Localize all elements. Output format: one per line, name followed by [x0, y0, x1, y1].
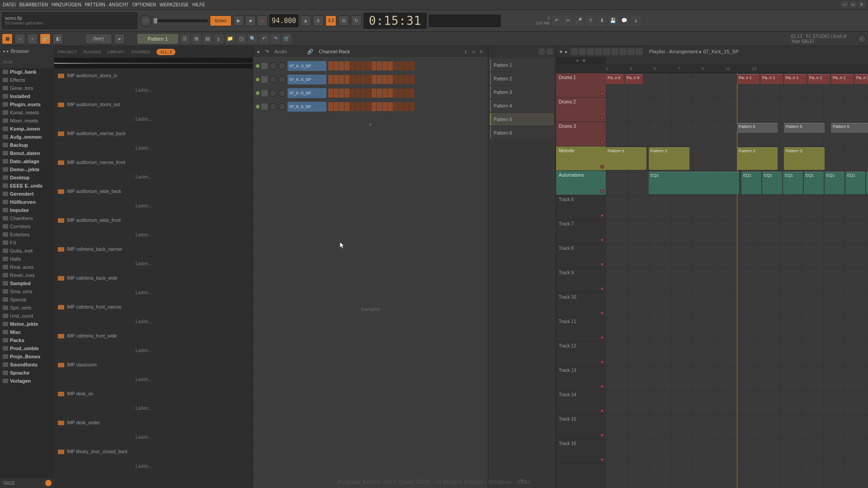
main-volume-knob[interactable]	[139, 14, 152, 27]
step-button[interactable]	[334, 102, 339, 111]
step-button[interactable]	[388, 75, 393, 84]
track-header[interactable]: Track 11	[556, 317, 606, 342]
file-row[interactable]: IMP auditorium_wide_front	[54, 213, 253, 228]
tree-item[interactable]: Prod..umble	[0, 344, 54, 352]
step-button[interactable]	[404, 61, 409, 70]
view-stepseq-icon[interactable]: ⊞	[191, 34, 201, 44]
menu-datei[interactable]: DATEI	[3, 2, 16, 7]
step-button[interactable]	[404, 89, 409, 98]
tree-item[interactable]: Plugi..bank	[0, 68, 54, 76]
tree-item[interactable]: Gerendert	[0, 190, 54, 198]
channel-name[interactable]: 07_K..3_SP	[288, 61, 326, 71]
track-mute-icon[interactable]	[600, 238, 604, 242]
tab-plugins[interactable]: PLUGINS	[83, 50, 101, 54]
file-row[interactable]: IMP auditorium_narrow_front	[54, 155, 253, 170]
playlist-clip[interactable]: Pa..n 1	[831, 74, 854, 84]
pl-close-tracks-icon[interactable]: ✕	[582, 58, 586, 64]
news-knob-icon[interactable]	[857, 34, 866, 43]
playlist-clip[interactable]: Pattern 3	[737, 147, 778, 170]
step-button[interactable]	[361, 89, 366, 98]
step-button[interactable]	[404, 102, 409, 111]
step-button[interactable]	[393, 75, 398, 84]
tree-item[interactable]: Benut..daten	[0, 149, 54, 157]
tree-item[interactable]: Vorlagen	[0, 377, 54, 385]
step-button[interactable]	[355, 61, 360, 70]
track-header[interactable]: Drums 2	[556, 98, 606, 122]
menu-werkzeuge[interactable]: WERKZEUGE	[160, 2, 189, 7]
step-button[interactable]	[399, 75, 404, 84]
file-row[interactable]: IMP cafeteria_back_wide	[54, 271, 253, 286]
step-button[interactable]	[372, 75, 377, 84]
step-button[interactable]	[404, 75, 409, 84]
view-playlist-icon[interactable]: ☰	[180, 34, 190, 44]
step-button[interactable]	[328, 89, 333, 98]
tree-item[interactable]: Real..aces	[0, 263, 54, 271]
track-header[interactable]: Track 6	[556, 195, 606, 220]
track-mute-icon[interactable]	[600, 263, 604, 266]
playlist-clip[interactable]: EQ1	[866, 172, 868, 194]
tree-item[interactable]: Halls	[0, 255, 54, 263]
step-button[interactable]	[377, 75, 382, 84]
tool-mag-icon[interactable]: 🔍	[248, 34, 258, 44]
track-mute-icon[interactable]	[600, 214, 604, 217]
playlist-clip[interactable]: Pa..n 1	[807, 74, 830, 84]
pl-tool-zoom-icon[interactable]	[627, 48, 635, 55]
step-button[interactable]	[361, 102, 366, 111]
step-button[interactable]	[350, 102, 355, 111]
mic-icon[interactable]: 🎤	[574, 16, 584, 26]
pl-menu-icon[interactable]: ▾	[560, 49, 562, 55]
file-row[interactable]: IMP auditorium_doors_in	[54, 69, 253, 83]
step-button[interactable]	[355, 75, 360, 84]
step-button[interactable]	[344, 89, 349, 98]
render-icon[interactable]: ⬇	[597, 16, 607, 26]
switch-smart-disable-icon[interactable]: ✂	[563, 16, 573, 26]
file-row[interactable]: IMP classroom	[54, 358, 253, 372]
step-button[interactable]	[410, 75, 415, 84]
step-button[interactable]	[339, 61, 344, 70]
snap-button[interactable]: ▦	[2, 33, 13, 44]
playlist-grid[interactable]: Pa..n 6Pa..n 6Pa..n 1Pa..n 1Pa..n 1Pa..n…	[606, 73, 868, 488]
tree-item[interactable]: Installed	[0, 92, 54, 100]
step-button[interactable]	[388, 89, 393, 98]
feedback-icon[interactable]: 💬	[619, 16, 629, 26]
channel-mute-button[interactable]	[261, 90, 268, 96]
step-button[interactable]	[393, 102, 398, 111]
maximize-button[interactable]: ▭	[849, 1, 857, 8]
track-mute-icon[interactable]	[600, 409, 604, 413]
search-icon[interactable]	[45, 480, 52, 486]
tree-item[interactable]: Effects	[0, 76, 54, 84]
pl-tool-slip-icon[interactable]	[603, 48, 610, 55]
channel-mute-button[interactable]	[261, 76, 268, 83]
tree-item[interactable]: Hüllkurven	[0, 198, 54, 206]
step-button[interactable]	[339, 89, 344, 98]
step-button[interactable]	[350, 89, 355, 98]
leer-dropdown[interactable]: (leer)	[85, 33, 112, 44]
tool-redo-icon[interactable]: ↷	[270, 34, 280, 44]
note-tool-icon[interactable]: ♪	[27, 33, 38, 44]
metronome-button[interactable]: ▲	[300, 15, 311, 26]
channel-pan-knob[interactable]	[269, 103, 277, 110]
pattern-item[interactable]: Pattern 1	[490, 59, 554, 71]
midi-icon[interactable]: ◧	[52, 33, 63, 44]
playlist-clip[interactable]: EQ1	[741, 172, 761, 194]
track-header[interactable]: Melodie	[556, 146, 606, 171]
playlist-clip[interactable]: Pattern 3	[784, 147, 825, 170]
step-button[interactable]	[399, 89, 404, 98]
pl-play-icon[interactable]: ▸	[565, 49, 568, 55]
blend-rec-button[interactable]: ⧉	[338, 15, 349, 26]
menu-optionen[interactable]: OPTIONEN	[132, 2, 156, 7]
track-mute-icon[interactable]	[600, 287, 604, 291]
pat-play-icon[interactable]	[538, 48, 545, 55]
playlist-clip[interactable]: EQ1	[762, 172, 782, 194]
tab-audio[interactable]: Audio	[274, 49, 287, 54]
tree-item[interactable]: Desktop	[0, 174, 54, 182]
menu-hinzufuegen[interactable]: HINZUFÜGEN	[52, 2, 81, 7]
step-button[interactable]	[393, 89, 398, 98]
channel-vol-knob[interactable]	[278, 76, 286, 83]
pl-tool-mute-icon[interactable]	[595, 48, 602, 55]
step-button[interactable]	[382, 89, 387, 98]
step-button[interactable]	[377, 89, 382, 98]
tree-item[interactable]: Sampled	[0, 279, 54, 287]
playlist-clip[interactable]: EQ1	[845, 172, 865, 194]
track-mute-icon[interactable]	[600, 92, 604, 95]
